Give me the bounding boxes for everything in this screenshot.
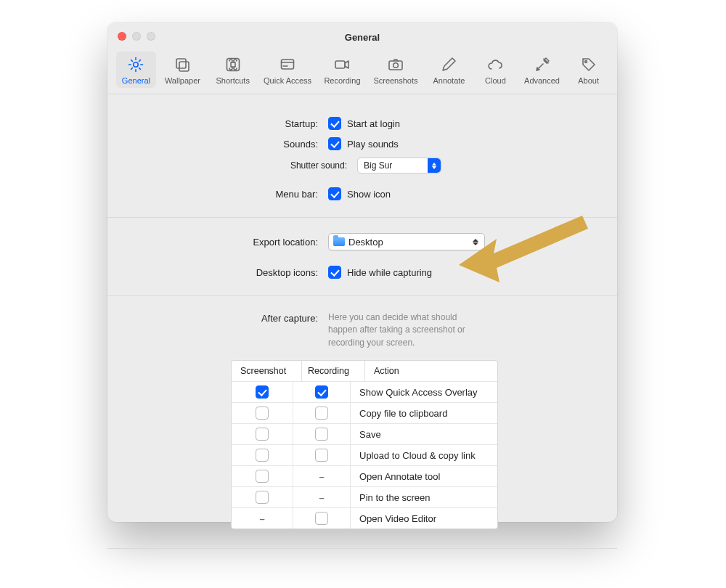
svg-rect-1	[176, 59, 186, 68]
col-recording-header[interactable]: Recording	[302, 361, 365, 381]
row4-recording-disabled-icon: –	[316, 471, 327, 482]
startup-label: Startup:	[107, 118, 328, 129]
svg-point-8	[584, 61, 587, 63]
tab-advanced[interactable]: Advanced	[518, 52, 566, 88]
start-at-login-checkbox[interactable]	[328, 117, 341, 130]
gear-icon	[127, 56, 144, 73]
svg-rect-2	[179, 62, 189, 71]
row0-recording-checkbox[interactable]	[315, 385, 328, 399]
show-menubar-icon-checkbox[interactable]	[328, 187, 341, 200]
table-row: Upload to Cloud & copy link	[232, 445, 497, 466]
after-capture-table: Screenshot Recording Action Show Quick A…	[231, 360, 498, 529]
row2-action-label: Save	[359, 429, 381, 440]
tab-about[interactable]: About	[568, 52, 608, 88]
cloud-icon	[486, 56, 504, 73]
tab-annotate-label: Annotate	[433, 76, 465, 85]
section-after-capture: After capture: Here you can decide what …	[107, 296, 617, 549]
shutter-sound-label: Shutter sound:	[107, 160, 357, 171]
export-location-select[interactable]: Desktop	[328, 233, 485, 250]
chevron-updown-icon	[470, 239, 481, 245]
row2-screenshot-checkbox[interactable]	[256, 428, 269, 441]
tab-quick-access-label: Quick Access	[264, 76, 311, 85]
desktop-icons-label: Desktop icons:	[107, 267, 328, 278]
row6-action-label: Open Video Editor	[359, 513, 436, 524]
table-row: –Pin to the screen	[232, 487, 497, 508]
svg-rect-3	[227, 59, 239, 71]
svg-rect-4	[282, 60, 294, 69]
zoom-button[interactable]	[147, 32, 155, 41]
tab-cloud[interactable]: Cloud	[476, 52, 515, 88]
after-capture-note: Here you can decide what should happen a…	[328, 311, 481, 349]
section-export: Export location: Desktop Desktop icons: …	[107, 218, 617, 296]
sounds-label: Sounds:	[107, 139, 328, 150]
row3-recording-checkbox[interactable]	[315, 449, 328, 462]
titlebar: General	[107, 23, 617, 52]
tab-shortcuts-label: Shortcuts	[216, 76, 249, 85]
window-title: General	[345, 32, 380, 43]
col-action-header[interactable]: Action	[365, 366, 497, 376]
tab-advanced-label: Advanced	[524, 76, 560, 85]
row1-recording-checkbox[interactable]	[315, 407, 328, 420]
row0-screenshot-checkbox[interactable]	[256, 385, 269, 399]
folder-icon	[333, 237, 345, 246]
pencil-icon	[440, 56, 457, 73]
traffic-lights	[118, 32, 155, 41]
tab-wallpaper[interactable]: Wallpaper	[159, 52, 206, 88]
tab-about-label: About	[578, 76, 599, 85]
close-button[interactable]	[118, 32, 126, 41]
row1-screenshot-checkbox[interactable]	[256, 407, 269, 420]
after-capture-label: After capture:	[107, 311, 328, 324]
tab-recording[interactable]: Recording	[319, 52, 366, 88]
row5-recording-disabled-icon: –	[316, 492, 327, 503]
play-sounds-checkbox[interactable]	[328, 137, 341, 150]
col-screenshot-header[interactable]: Screenshot	[232, 361, 302, 381]
hide-while-capturing-checkbox[interactable]	[328, 266, 341, 279]
table-row: Show Quick Access Overlay	[232, 382, 497, 403]
svg-point-0	[134, 62, 138, 67]
row5-screenshot-checkbox[interactable]	[256, 491, 269, 504]
video-icon	[333, 56, 351, 73]
tab-shortcuts[interactable]: Shortcuts	[209, 52, 256, 88]
table-row: Save	[232, 424, 497, 445]
section-basic: Startup: Start at login Sounds: Play sou…	[107, 94, 617, 218]
row6-recording-checkbox[interactable]	[315, 512, 328, 525]
shutter-sound-value: Big Sur	[358, 160, 428, 171]
minimize-button[interactable]	[132, 32, 141, 41]
toolbar: General Wallpaper Shortcuts Quick Access	[107, 52, 617, 94]
svg-point-7	[393, 63, 399, 68]
row1-action-label: Copy file to clipboard	[359, 408, 447, 419]
table-row: Copy file to clipboard	[232, 403, 497, 424]
command-icon	[224, 56, 242, 73]
shutter-sound-select[interactable]: Big Sur	[357, 158, 441, 173]
table-row: –Open Video Editor	[232, 508, 497, 528]
start-at-login-text: Start at login	[347, 118, 400, 129]
svg-rect-6	[389, 61, 402, 70]
table-header: Screenshot Recording Action	[232, 361, 497, 382]
camera-icon	[387, 56, 404, 73]
tab-recording-label: Recording	[324, 76, 360, 85]
row3-action-label: Upload to Cloud & copy link	[359, 450, 476, 461]
export-location-label: Export location:	[107, 237, 328, 248]
quick-access-icon	[279, 56, 296, 73]
tools-icon	[534, 56, 551, 73]
row5-action-label: Pin to the screen	[359, 492, 431, 503]
svg-rect-5	[335, 61, 345, 68]
tab-screenshots-label: Screenshots	[373, 76, 417, 85]
preferences-window: General General Wallpaper Shortcuts	[107, 23, 617, 522]
show-menubar-icon-text: Show icon	[347, 189, 391, 200]
row4-screenshot-checkbox[interactable]	[256, 470, 269, 483]
tab-general-label: General	[122, 76, 150, 85]
tab-screenshots[interactable]: Screenshots	[369, 52, 423, 88]
tab-quick-access[interactable]: Quick Access	[259, 52, 316, 88]
chevron-updown-icon	[428, 158, 441, 173]
row2-recording-checkbox[interactable]	[315, 428, 328, 441]
row4-action-label: Open Annotate tool	[359, 471, 440, 482]
menubar-label: Menu bar:	[107, 189, 328, 200]
table-row: –Open Annotate tool	[232, 466, 497, 487]
row0-action-label: Show Quick Access Overlay	[359, 387, 478, 398]
tab-general[interactable]: General	[116, 52, 156, 88]
row6-screenshot-disabled-icon: –	[256, 513, 268, 524]
tab-annotate[interactable]: Annotate	[425, 52, 473, 88]
wallpaper-icon	[174, 56, 191, 73]
row3-screenshot-checkbox[interactable]	[256, 449, 269, 462]
